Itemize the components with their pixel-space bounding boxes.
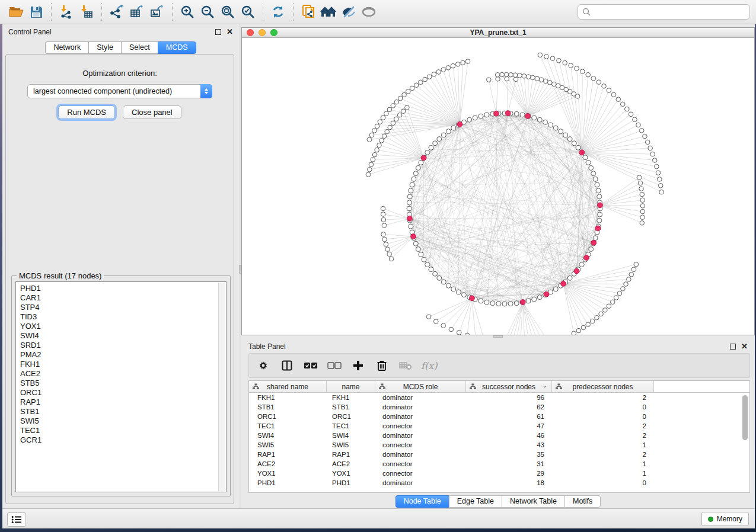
network-node[interactable] xyxy=(620,102,625,107)
import-table-icon[interactable] xyxy=(76,2,97,21)
network-node[interactable] xyxy=(394,100,399,104)
network-node[interactable] xyxy=(425,150,430,155)
memory-button[interactable]: Memory xyxy=(701,512,749,526)
mcds-result-item[interactable]: RAP1 xyxy=(20,398,226,407)
network-node[interactable] xyxy=(389,257,394,261)
mcds-result-item[interactable]: PMA2 xyxy=(20,350,226,360)
network-node[interactable] xyxy=(655,164,659,169)
cell-name[interactable]: ORC1 xyxy=(327,412,375,421)
mcds-result-item[interactable]: FKH1 xyxy=(20,360,226,369)
network-node[interactable] xyxy=(514,111,519,116)
network-node[interactable] xyxy=(652,158,657,163)
cell-predecessor-nodes[interactable]: 1 xyxy=(552,459,654,469)
network-node[interactable] xyxy=(522,74,527,79)
network-node[interactable] xyxy=(596,188,601,193)
network-node[interactable] xyxy=(532,116,537,120)
network-node[interactable] xyxy=(484,113,489,117)
network-node[interactable] xyxy=(599,312,604,316)
network-node[interactable] xyxy=(658,177,662,182)
mcds-result-item[interactable]: ACE2 xyxy=(20,369,226,379)
network-node[interactable] xyxy=(496,302,501,306)
cell-successor-nodes[interactable]: 31 xyxy=(466,459,552,469)
network-node[interactable] xyxy=(640,209,645,214)
mcds-network-node[interactable] xyxy=(574,268,579,274)
network-node[interactable] xyxy=(640,221,645,226)
cell-predecessor-nodes[interactable]: 1 xyxy=(552,469,654,478)
network-node[interactable] xyxy=(409,188,413,193)
network-node[interactable] xyxy=(639,129,644,133)
network-node[interactable] xyxy=(433,141,438,146)
cell-shared-name[interactable]: PHD1 xyxy=(249,478,327,488)
network-node[interactable] xyxy=(610,300,615,305)
network-node[interactable] xyxy=(479,299,483,303)
network-node[interactable] xyxy=(586,72,591,77)
network-node[interactable] xyxy=(625,107,630,111)
zoom-fit-icon[interactable] xyxy=(218,2,238,21)
network-node[interactable] xyxy=(597,194,602,199)
close-panel-icon[interactable]: ✕ xyxy=(227,29,233,35)
network-node[interactable] xyxy=(539,78,544,82)
network-node[interactable] xyxy=(639,187,644,191)
network-node[interactable] xyxy=(372,152,377,157)
cell-predecessor-nodes[interactable]: 2 xyxy=(552,431,654,440)
cell-name[interactable]: ACE2 xyxy=(327,459,375,469)
mcds-network-node[interactable] xyxy=(579,150,585,155)
table-row[interactable]: SWI5SWI5connector431 xyxy=(249,440,749,450)
table-row[interactable]: ORC1ORC1dominator610 xyxy=(249,412,749,421)
network-node[interactable] xyxy=(449,327,454,332)
network-node[interactable] xyxy=(368,167,372,172)
network-node[interactable] xyxy=(413,171,418,176)
network-node[interactable] xyxy=(504,72,509,77)
network-node[interactable] xyxy=(419,80,423,85)
network-node[interactable] xyxy=(382,237,387,242)
show-all-icon[interactable] xyxy=(359,2,379,21)
cell-shared-name[interactable]: ORC1 xyxy=(249,412,327,421)
cell-shared-name[interactable]: FKH1 xyxy=(249,393,327,402)
mcds-result-item[interactable]: GCR1 xyxy=(20,435,226,445)
network-node[interactable] xyxy=(416,247,420,252)
network-node[interactable] xyxy=(640,204,645,209)
network-node[interactable] xyxy=(607,304,611,309)
mcds-network-node[interactable] xyxy=(411,234,416,239)
network-node[interactable] xyxy=(432,72,436,77)
run-mcds-button[interactable]: Run MCDS xyxy=(58,105,115,119)
float-panel-icon[interactable] xyxy=(215,29,221,35)
network-node[interactable] xyxy=(508,302,513,306)
tab-mcds[interactable]: MCDS xyxy=(158,41,196,54)
network-node[interactable] xyxy=(457,331,461,335)
network-node[interactable] xyxy=(543,120,548,124)
network-node[interactable] xyxy=(372,129,377,133)
mcds-result-list[interactable]: PHD1CAR1STP4TID3YOX1SWI4SRD1PMA2FKH1ACE2… xyxy=(15,281,227,492)
column-header-MCDS-role[interactable]: MCDS role xyxy=(375,381,466,393)
network-node[interactable] xyxy=(394,117,399,121)
cell-successor-nodes[interactable]: 35 xyxy=(466,450,552,459)
network-node[interactable] xyxy=(387,107,392,112)
network-node[interactable] xyxy=(456,290,461,294)
network-node[interactable] xyxy=(371,158,375,162)
network-node[interactable] xyxy=(607,88,611,93)
network-node[interactable] xyxy=(455,62,460,67)
network-node[interactable] xyxy=(433,319,438,324)
network-node[interactable] xyxy=(617,291,622,296)
mcds-network-node[interactable] xyxy=(494,111,499,116)
network-node[interactable] xyxy=(416,165,420,170)
network-node[interactable] xyxy=(572,141,576,146)
mcds-network-node[interactable] xyxy=(561,281,566,286)
network-node[interactable] xyxy=(487,78,492,82)
network-node[interactable] xyxy=(410,86,414,91)
network-node[interactable] xyxy=(505,76,509,81)
mcds-network-node[interactable] xyxy=(598,203,603,208)
mcds-result-item[interactable]: ORC1 xyxy=(20,388,226,398)
tab-network-table[interactable]: Network Table xyxy=(502,495,564,508)
network-node[interactable] xyxy=(645,140,650,145)
network-node[interactable] xyxy=(419,252,423,257)
network-node[interactable] xyxy=(526,75,531,79)
network-node[interactable] xyxy=(640,215,645,220)
network-node[interactable] xyxy=(381,217,386,222)
network-node[interactable] xyxy=(593,236,598,241)
import-network-icon[interactable] xyxy=(56,2,76,21)
network-window-titlebar[interactable]: YPA_prune.txt_1 xyxy=(242,28,754,38)
zoom-out-icon[interactable] xyxy=(197,2,218,21)
network-node[interactable] xyxy=(526,299,531,303)
network-node[interactable] xyxy=(553,287,558,291)
